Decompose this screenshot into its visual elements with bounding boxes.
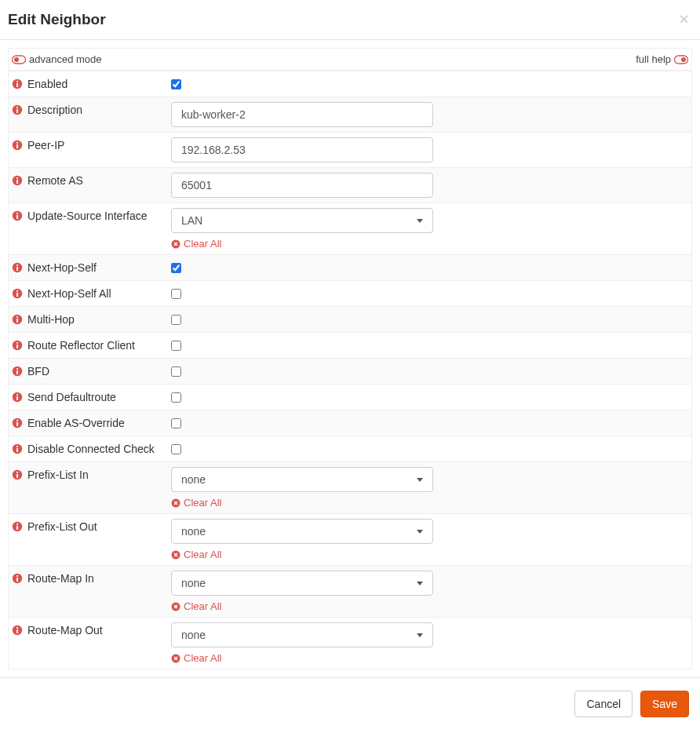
- clear-all-update-source[interactable]: Clear All: [171, 238, 688, 250]
- clear-icon: [171, 654, 180, 663]
- label-route-map-out: Route-Map Out: [27, 624, 103, 636]
- chevron-down-icon: [417, 582, 423, 585]
- label-bfd: BFD: [27, 365, 49, 377]
- row-remote-as: Remote AS: [9, 167, 691, 202]
- row-next-hop-self-all: Next-Hop-Self All: [9, 280, 691, 306]
- info-icon[interactable]: [12, 625, 23, 636]
- label-update-source: Update-Source Interface: [27, 210, 148, 222]
- info-icon[interactable]: [12, 392, 23, 403]
- route-reflector-checkbox[interactable]: [171, 341, 181, 351]
- row-route-reflector: Route Reflector Client: [9, 332, 691, 358]
- advanced-mode-toggle[interactable]: advanced mode: [12, 53, 102, 65]
- clear-all-label: Clear All: [184, 497, 221, 509]
- info-icon[interactable]: [12, 521, 23, 532]
- label-multi-hop: Multi-Hop: [27, 313, 75, 326]
- label-disable-connected-check: Disable Connected Check: [27, 443, 155, 455]
- update-source-value: LAN: [181, 214, 202, 227]
- mode-toggle-row: advanced mode full help: [8, 48, 692, 71]
- label-prefix-list-out: Prefix-List Out: [27, 520, 97, 533]
- clear-icon: [171, 550, 180, 560]
- modal-title: Edit Neighbor: [8, 11, 692, 28]
- description-input[interactable]: [171, 102, 433, 127]
- row-route-map-in: Route-Map In none Clear All: [9, 565, 691, 617]
- info-icon[interactable]: [12, 175, 23, 186]
- disable-connected-check-checkbox[interactable]: [171, 444, 181, 454]
- route-map-out-value: none: [181, 629, 206, 641]
- info-icon[interactable]: [12, 104, 23, 115]
- info-icon[interactable]: [12, 573, 23, 584]
- label-route-reflector: Route Reflector Client: [27, 339, 135, 352]
- clear-all-prefix-list-out[interactable]: Clear All: [171, 549, 688, 560]
- label-remote-as: Remote AS: [27, 174, 83, 187]
- update-source-select[interactable]: LAN: [171, 208, 433, 233]
- clear-icon: [171, 239, 180, 249]
- advanced-mode-label: advanced mode: [29, 53, 102, 65]
- chevron-down-icon: [417, 219, 423, 223]
- row-multi-hop: Multi-Hop: [9, 306, 691, 332]
- clear-all-label: Clear All: [184, 652, 221, 664]
- toggle-off-icon: [674, 54, 688, 65]
- row-route-map-out: Route-Map Out none Clear All: [9, 617, 691, 669]
- info-icon[interactable]: [12, 78, 23, 89]
- save-button[interactable]: Save: [640, 691, 689, 717]
- route-map-in-select[interactable]: none: [171, 571, 433, 596]
- label-next-hop-self-all: Next-Hop-Self All: [27, 287, 111, 300]
- prefix-list-out-select[interactable]: none: [171, 519, 433, 544]
- route-map-in-value: none: [181, 577, 206, 589]
- info-icon[interactable]: [12, 418, 23, 428]
- peer-ip-input[interactable]: [171, 137, 433, 162]
- info-icon[interactable]: [12, 210, 23, 221]
- clear-icon: [171, 498, 180, 508]
- info-icon[interactable]: [12, 469, 23, 480]
- row-update-source: Update-Source Interface LAN Clear All: [9, 202, 691, 254]
- row-prefix-list-out: Prefix-List Out none Clear All: [9, 513, 691, 565]
- label-cell: Enabled: [9, 71, 168, 97]
- clear-all-label: Clear All: [184, 549, 221, 560]
- modal-header: Edit Neighbor ×: [0, 0, 700, 40]
- clear-all-label: Clear All: [184, 238, 221, 250]
- row-enabled: Enabled: [9, 71, 691, 97]
- close-button[interactable]: ×: [679, 11, 689, 28]
- clear-icon: [171, 602, 180, 611]
- info-icon[interactable]: [12, 140, 23, 151]
- label-prefix-list-in: Prefix-List In: [27, 469, 89, 481]
- full-help-toggle[interactable]: full help: [636, 53, 688, 65]
- label-send-defaultroute: Send Defaultroute: [27, 391, 116, 403]
- label-peer-ip: Peer-IP: [27, 139, 64, 151]
- form-body: advanced mode full help Enabled Descript…: [0, 40, 700, 677]
- clear-all-prefix-list-in[interactable]: Clear All: [171, 497, 688, 509]
- label-description: Description: [27, 104, 82, 116]
- remote-as-input[interactable]: [171, 173, 433, 198]
- next-hop-self-all-checkbox[interactable]: [171, 289, 181, 299]
- info-icon[interactable]: [12, 314, 23, 325]
- route-map-out-select[interactable]: none: [171, 622, 433, 647]
- prefix-list-in-value: none: [181, 473, 206, 486]
- clear-all-route-map-in[interactable]: Clear All: [171, 600, 688, 612]
- clear-all-label: Clear All: [184, 600, 221, 612]
- chevron-down-icon: [417, 478, 423, 482]
- info-icon[interactable]: [12, 262, 23, 273]
- row-enable-as-override: Enable AS-Override: [9, 410, 691, 436]
- row-bfd: BFD: [9, 358, 691, 384]
- enable-as-override-checkbox[interactable]: [171, 418, 181, 428]
- info-icon[interactable]: [12, 288, 23, 299]
- multi-hop-checkbox[interactable]: [171, 315, 181, 325]
- modal-footer: Cancel Save: [0, 677, 700, 730]
- info-icon[interactable]: [12, 366, 23, 377]
- label-route-map-in: Route-Map In: [27, 572, 94, 585]
- next-hop-self-checkbox[interactable]: [171, 263, 181, 273]
- prefix-list-out-value: none: [181, 525, 206, 538]
- chevron-down-icon: [417, 530, 423, 534]
- info-icon[interactable]: [12, 340, 23, 351]
- bfd-checkbox[interactable]: [171, 366, 181, 377]
- label-enable-as-override: Enable AS-Override: [27, 417, 125, 429]
- send-defaultroute-checkbox[interactable]: [171, 392, 181, 403]
- row-next-hop-self: Next-Hop-Self: [9, 254, 691, 280]
- info-icon[interactable]: [12, 443, 23, 454]
- clear-all-route-map-out[interactable]: Clear All: [171, 652, 688, 664]
- enabled-checkbox[interactable]: [171, 79, 181, 89]
- row-prefix-list-in: Prefix-List In none Clear All: [9, 461, 691, 513]
- chevron-down-icon: [417, 633, 423, 637]
- prefix-list-in-select[interactable]: none: [171, 467, 433, 492]
- cancel-button[interactable]: Cancel: [574, 691, 633, 717]
